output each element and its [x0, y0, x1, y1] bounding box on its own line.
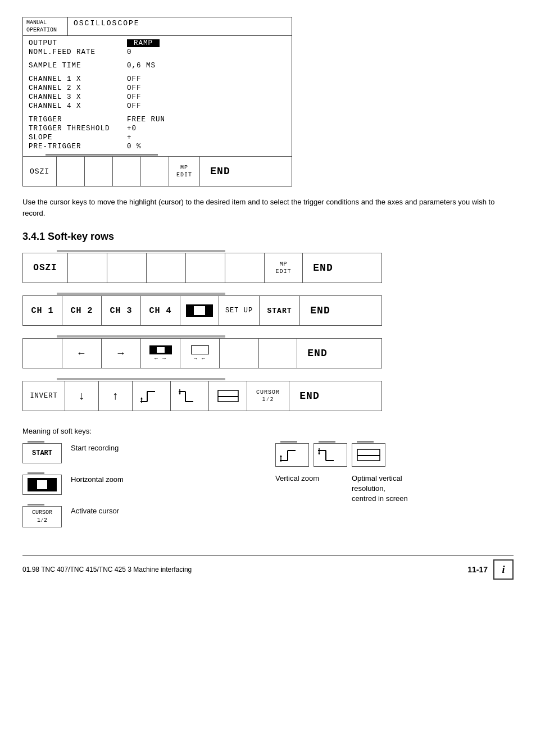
ch4-value: OFF	[127, 102, 142, 110]
optimal-btn[interactable]	[209, 381, 247, 411]
left-arrow-btn[interactable]: ←	[62, 339, 102, 368]
oszi-btn[interactable]: OSZI	[23, 157, 57, 186]
hzoom-mini-key	[22, 475, 62, 495]
end-btn-r4[interactable]: END	[289, 381, 330, 411]
osc-header-left: MANUAL OPERATION	[23, 17, 68, 35]
rising-edge-icon	[139, 387, 164, 405]
osc-sample-row: SAMPLE TIME 0,6 MS	[29, 62, 286, 70]
start-btn[interactable]: START	[260, 296, 300, 325]
meaning-left: START Start recording Horizontal zoom CU…	[22, 443, 258, 539]
osc-ch1-row: CHANNEL 1 X OFF	[29, 75, 286, 83]
meaning-columns: START Start recording Horizontal zoom CU…	[22, 443, 514, 539]
sk-r1-e4	[186, 253, 225, 283]
meaning-cursor: CURSOR1⁄2 Activate cursor	[22, 506, 258, 527]
start-desc: Start recording	[71, 443, 119, 453]
output-label: OUTPUT	[29, 39, 127, 47]
osc-feedrate-row: NOML.FEED RATE 0	[29, 48, 286, 56]
sk-r3-e3	[259, 339, 297, 368]
oszi-btn-r1[interactable]: OSZI	[23, 253, 68, 283]
ch2-btn[interactable]: CH 2	[62, 296, 102, 325]
hzoom-btn-r2[interactable]	[180, 296, 219, 325]
trigger-value: FREE RUN	[127, 116, 165, 124]
svg-marker-4	[140, 397, 143, 399]
sk-r3-e2	[220, 339, 259, 368]
meaning-start: START Start recording	[22, 443, 258, 463]
slope-label: SLOPE	[29, 134, 127, 142]
setup-btn[interactable]: SET UP	[219, 296, 260, 325]
ch3-btn[interactable]: CH 3	[102, 296, 141, 325]
meaning-hzoom: Horizontal zoom	[22, 475, 258, 495]
ch1-btn[interactable]: CH 1	[23, 296, 62, 325]
osc-softkey-bar: OSZI MPEDIT END	[23, 156, 292, 186]
up-btn[interactable]: ↑	[99, 381, 133, 411]
sk-r1-e1	[68, 253, 107, 283]
feedrate-label: NOML.FEED RATE	[29, 48, 127, 56]
osc-header: MANUAL OPERATION OSCILLOSCOPE	[23, 17, 292, 36]
invert-btn[interactable]: INVERT	[23, 381, 65, 411]
sk-empty4	[141, 157, 169, 186]
sk-empty3	[113, 157, 141, 186]
output-value: RAMP	[127, 39, 160, 47]
ch2-label: CHANNEL 2 X	[29, 84, 127, 92]
trigger-label: TRIGGER	[29, 116, 127, 124]
ch4-label: CHANNEL 4 X	[29, 102, 127, 110]
footer: 01.98 TNC 407/TNC 415/TNC 425 3 Machine …	[22, 555, 514, 580]
sk-r3-e1	[23, 339, 62, 368]
threshold-value: +0	[127, 125, 137, 133]
osc-title: OSCILLOSCOPE	[68, 17, 146, 35]
falling-edge-btn[interactable]	[171, 381, 209, 411]
info-icon: i	[493, 559, 514, 580]
osc-body: OUTPUT RAMP NOML.FEED RATE 0 SAMPLE TIME…	[23, 36, 292, 156]
operation-label: OPERATION	[26, 27, 57, 33]
footer-right: 11-17 i	[467, 559, 514, 580]
osc-pretrigger-row: PRE-TRIGGER 0 %	[29, 143, 286, 151]
cursor-btn-r4[interactable]: CURSOR1⁄2	[247, 381, 289, 411]
waveform-icons-group	[275, 443, 514, 467]
feedrate-value: 0	[127, 48, 132, 56]
optimal-mini-key	[352, 443, 385, 467]
sample-label: SAMPLE TIME	[29, 62, 127, 70]
down-btn[interactable]: ↓	[65, 381, 99, 411]
cursor-mini-key: CURSOR1⁄2	[22, 506, 62, 527]
end-btn-r2[interactable]: END	[300, 296, 340, 325]
ch4-btn[interactable]: CH 4	[141, 296, 180, 325]
vzoom-desc: Vertical zoom	[275, 474, 319, 482]
end-btn-r1[interactable]: END	[303, 253, 343, 283]
compress-btn[interactable]: → ←	[180, 339, 220, 368]
ch3-value: OFF	[127, 93, 142, 101]
sk-r1-e3	[147, 253, 186, 283]
expand-btn[interactable]: ← →	[141, 339, 180, 368]
pretrigger-label: PRE-TRIGGER	[29, 143, 127, 151]
rising-edge-btn[interactable]	[133, 381, 171, 411]
end-btn-osc[interactable]: END	[200, 157, 240, 186]
meaning-right: Vertical zoom Optimal vertical resolutio…	[275, 443, 514, 539]
sample-value: 0,6 MS	[127, 62, 156, 70]
softkey-row-4: INVERT ↓ ↑ CURSOR1⁄2 END	[22, 381, 382, 411]
osc-screen: MANUAL OPERATION OSCILLOSCOPE OUTPUT RAM…	[22, 17, 292, 186]
vzoom-label-area: Vertical zoom	[275, 473, 347, 504]
meaning-header: Meaning of soft keys:	[22, 427, 514, 435]
ch3-label: CHANNEL 3 X	[29, 93, 127, 101]
osc-ch2-row: CHANNEL 2 X OFF	[29, 84, 286, 92]
sk-empty1	[57, 157, 85, 186]
ch2-value: OFF	[127, 84, 142, 92]
page-number: 11-17	[467, 565, 488, 574]
osc-output-row: OUTPUT RAMP	[29, 39, 286, 47]
threshold-label: TRIGGER THRESHOLD	[29, 125, 127, 133]
mp-edit-btn-r1[interactable]: MPEDIT	[265, 253, 303, 283]
end-btn-r3[interactable]: END	[297, 339, 338, 368]
mp-edit-btn[interactable]: MPEDIT	[169, 157, 200, 186]
slope-value: +	[127, 134, 132, 142]
optimal-icon	[216, 387, 240, 405]
right-arrow-btn[interactable]: →	[102, 339, 141, 368]
osc-threshold-row: TRIGGER THRESHOLD +0	[29, 125, 286, 133]
ch1-label: CHANNEL 1 X	[29, 75, 127, 83]
optimal-label-area: Optimal vertical resolution, centred in …	[352, 473, 408, 504]
start-mini-key: START	[22, 443, 62, 463]
softkey-row-2: CH 1 CH 2 CH 3 CH 4 SET UP START END	[22, 295, 382, 326]
osc-ch4-row: CHANNEL 4 X OFF	[29, 102, 286, 110]
falling-mini-icon	[317, 446, 344, 464]
section-341-heading: 3.4.1 Soft-key rows	[22, 231, 514, 243]
softkey-row-1: OSZI MPEDIT END	[22, 253, 382, 283]
svg-marker-16	[280, 455, 282, 457]
